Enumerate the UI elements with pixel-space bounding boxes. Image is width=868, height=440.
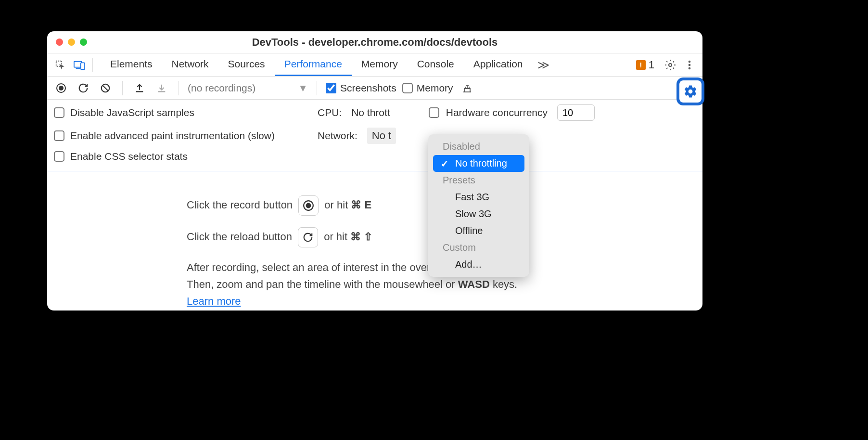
devtools-window: DevTools - developer.chrome.com/docs/dev… <box>47 31 702 311</box>
capture-settings-button[interactable] <box>677 78 704 105</box>
reload-button[interactable] <box>75 80 91 96</box>
dropdown-item-fast-3g[interactable]: Fast 3G <box>430 189 527 206</box>
inspect-element-icon[interactable] <box>52 57 68 73</box>
main-tabs-bar: Elements Network Sources Performance Mem… <box>47 53 702 77</box>
warning-count: 1 <box>649 59 654 71</box>
warnings-badge[interactable]: ! 1 <box>636 59 654 71</box>
memory-checkbox[interactable]: Memory <box>402 82 453 94</box>
memory-label: Memory <box>417 82 453 94</box>
settings-gear-icon[interactable] <box>662 57 678 73</box>
record-button-inline[interactable] <box>298 195 319 216</box>
svg-point-7 <box>689 67 691 69</box>
tab-performance[interactable]: Performance <box>275 53 352 76</box>
dropdown-item-offline[interactable]: Offline <box>430 222 527 239</box>
recordings-label: (no recordings) <box>188 82 255 94</box>
dropdown-group-disabled: Disabled <box>430 138 527 155</box>
dropdown-caret-icon: ▼ <box>298 82 308 94</box>
recordings-dropdown[interactable]: (no recordings) ▼ <box>188 82 308 94</box>
tab-memory[interactable]: Memory <box>352 53 408 76</box>
screenshots-input[interactable] <box>326 83 336 93</box>
clear-button[interactable] <box>97 80 114 96</box>
tab-console[interactable]: Console <box>408 53 464 76</box>
separator <box>317 81 317 95</box>
more-tabs-icon[interactable]: ≫ <box>535 57 551 73</box>
svg-point-9 <box>59 86 64 91</box>
svg-point-4 <box>669 64 672 66</box>
download-profile-icon[interactable] <box>153 80 170 96</box>
svg-point-6 <box>689 64 691 66</box>
screenshots-checkbox[interactable]: Screenshots <box>326 82 396 94</box>
reload-shortcut: ⌘ ⇧ <box>350 231 372 243</box>
cpu-throttle-select[interactable]: No thrott <box>351 107 390 118</box>
enable-paint-checkbox[interactable] <box>54 130 64 141</box>
learn-more-link[interactable]: Learn more <box>187 295 241 307</box>
svg-line-11 <box>103 85 108 91</box>
tab-application[interactable]: Application <box>464 53 533 76</box>
capture-settings-panel: Disable JavaScript samples CPU: No throt… <box>47 100 702 171</box>
screenshots-label: Screenshots <box>340 82 396 94</box>
dropdown-group-custom: Custom <box>430 239 527 256</box>
enable-css-label: Enable CSS selector stats <box>70 151 188 162</box>
separator <box>122 81 123 95</box>
enable-css-checkbox[interactable] <box>54 151 64 162</box>
warning-icon: ! <box>636 60 646 70</box>
hardware-concurrency-checkbox[interactable] <box>429 107 439 118</box>
hardware-concurrency-input[interactable] <box>557 104 595 121</box>
disable-js-row[interactable]: Disable JavaScript samples <box>54 104 314 121</box>
tab-sources[interactable]: Sources <box>218 53 275 76</box>
tab-network[interactable]: Network <box>162 53 218 76</box>
tab-elements[interactable]: Elements <box>101 53 162 76</box>
enable-paint-row[interactable]: Enable advanced paint instrumentation (s… <box>54 128 314 144</box>
record-shortcut: ⌘ E <box>351 199 371 211</box>
disable-js-label: Disable JavaScript samples <box>70 107 194 118</box>
cpu-label: CPU: <box>318 107 342 118</box>
more-options-icon[interactable] <box>681 57 698 73</box>
traffic-lights <box>56 39 87 46</box>
maximize-window-button[interactable] <box>80 39 87 46</box>
titlebar: DevTools - developer.chrome.com/docs/dev… <box>47 31 702 53</box>
separator <box>179 81 179 95</box>
svg-point-13 <box>306 203 311 208</box>
separator <box>92 58 93 72</box>
upload-profile-icon[interactable] <box>131 80 148 96</box>
network-throttling-dropdown: Disabled No throttling Presets Fast 3G S… <box>428 134 529 277</box>
dropdown-item-slow-3g[interactable]: Slow 3G <box>430 206 527 222</box>
disable-js-checkbox[interactable] <box>54 107 64 118</box>
cpu-row: CPU: No thrott Hardware concurrency <box>318 104 696 121</box>
record-button[interactable] <box>53 80 69 96</box>
enable-css-row[interactable]: Enable CSS selector stats <box>54 151 314 162</box>
svg-rect-3 <box>81 63 85 69</box>
dropdown-group-presets: Presets <box>430 172 527 189</box>
enable-paint-label: Enable advanced paint instrumentation (s… <box>70 130 275 142</box>
minimize-window-button[interactable] <box>68 39 75 46</box>
window-title: DevTools - developer.chrome.com/docs/dev… <box>54 36 696 49</box>
device-toolbar-icon[interactable] <box>71 57 88 73</box>
close-window-button[interactable] <box>56 39 63 46</box>
performance-toolbar: (no recordings) ▼ Screenshots Memory <box>47 77 702 100</box>
dropdown-item-add[interactable]: Add… <box>430 256 527 273</box>
reload-button-inline[interactable] <box>298 227 318 247</box>
garbage-collect-icon[interactable] <box>459 80 475 96</box>
dropdown-item-no-throttling[interactable]: No throttling <box>433 155 524 172</box>
capture-settings-highlight <box>677 78 704 105</box>
svg-point-5 <box>689 60 691 63</box>
hardware-concurrency-label: Hardware concurrency <box>446 107 548 118</box>
performance-empty-state: Click the record button or hit ⌘ E -----… <box>47 171 702 341</box>
tabs: Elements Network Sources Performance Mem… <box>101 53 532 76</box>
network-label: Network: <box>318 130 357 142</box>
memory-input[interactable] <box>402 83 413 93</box>
network-throttle-select[interactable]: No t <box>367 128 396 144</box>
